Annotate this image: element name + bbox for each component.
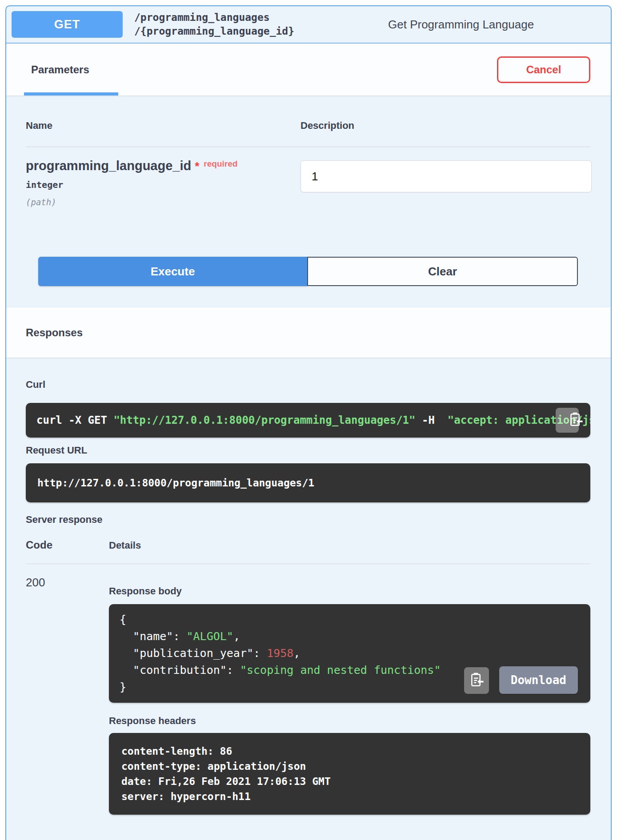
- active-tab-underline: [24, 92, 118, 96]
- curl-copy-button[interactable]: [556, 408, 579, 433]
- response-body-label: Response body: [109, 585, 590, 597]
- parameter-description-cell: [300, 159, 592, 207]
- parameters-tab-label: Parameters: [24, 64, 89, 76]
- required-label: required: [204, 159, 237, 168]
- execute-button-group: Execute Clear: [38, 257, 578, 286]
- parameter-row: programming_language_id*required integer…: [26, 159, 590, 207]
- get-method-badge: GET: [12, 11, 123, 38]
- responses-title: Responses: [26, 326, 83, 339]
- clipboard-copy-icon: [551, 405, 583, 436]
- response-body-json: { "name": "ALGOL", "publication_year": 1…: [109, 604, 590, 703]
- endpoint-path-line2: /{programming_language_id}: [134, 24, 377, 38]
- curl-label: Curl: [26, 379, 590, 390]
- parameter-value-input[interactable]: [300, 160, 592, 192]
- response-row: 200 Response body { "name": "ALGOL", "pu…: [26, 564, 590, 815]
- parameter-name: programming_language_id: [26, 159, 191, 173]
- execute-button[interactable]: Execute: [38, 257, 307, 286]
- parameters-content: Name Description programming_language_id…: [6, 120, 611, 307]
- endpoint-path: /programming_languages /{programming_lan…: [134, 11, 377, 38]
- responses-content: Curl curl -X GET "http://127.0.0.1:8000/…: [6, 379, 611, 828]
- details-column-header: Details: [109, 540, 590, 551]
- responses-section-header: Responses: [6, 307, 611, 358]
- code-column-header: Code: [26, 539, 109, 551]
- parameter-type: integer: [26, 179, 300, 190]
- response-headers-label: Response headers: [109, 715, 590, 727]
- response-headers-block: content-length: 86content-type: applicat…: [109, 733, 590, 815]
- parameters-table-header: Name Description: [26, 120, 590, 147]
- operation-summary-header[interactable]: GET /programming_languages /{programming…: [6, 6, 611, 44]
- parameter-name-cell: programming_language_id*required integer…: [26, 159, 300, 207]
- server-response-table-header: Code Details: [26, 539, 590, 564]
- name-column-header: Name: [26, 120, 300, 131]
- cancel-button[interactable]: Cancel: [497, 56, 590, 83]
- description-column-header: Description: [300, 120, 590, 131]
- download-button[interactable]: Download: [499, 666, 578, 694]
- operation-block: GET /programming_languages /{programming…: [5, 5, 612, 840]
- endpoint-path-line1: /programming_languages: [134, 11, 377, 24]
- curl-command: curl -X GET "http://127.0.0.1:8000/progr…: [26, 403, 590, 438]
- parameter-location: (path): [26, 197, 300, 207]
- server-response-label: Server response: [26, 514, 590, 525]
- response-code: 200: [26, 576, 109, 815]
- required-star: *: [195, 159, 199, 173]
- endpoint-summary: Get Programming Language: [388, 18, 605, 32]
- response-details-cell: Response body { "name": "ALGOL", "public…: [109, 576, 590, 815]
- parameters-section-header: Parameters Cancel: [6, 44, 611, 96]
- request-url-label: Request URL: [26, 445, 590, 456]
- clear-button[interactable]: Clear: [307, 257, 578, 286]
- tab-parameters[interactable]: Parameters: [24, 44, 118, 96]
- request-url-value: http://127.0.0.1:8000/programming_langua…: [26, 463, 590, 502]
- response-body-copy-button[interactable]: [464, 667, 489, 694]
- clipboard-copy-icon: [469, 672, 484, 690]
